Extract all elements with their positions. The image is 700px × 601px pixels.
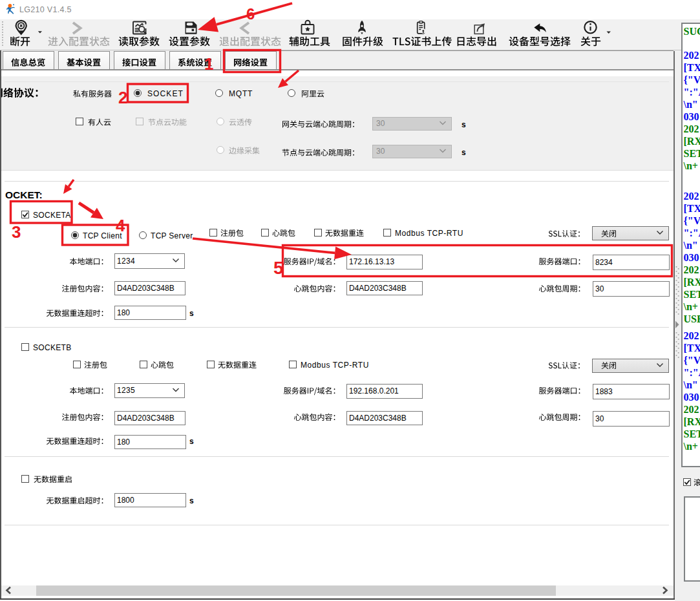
- svg-text:6: 6: [246, 5, 255, 23]
- svg-text:2: 2: [118, 88, 127, 107]
- svg-text:3: 3: [12, 222, 21, 242]
- svg-text:1: 1: [204, 54, 213, 74]
